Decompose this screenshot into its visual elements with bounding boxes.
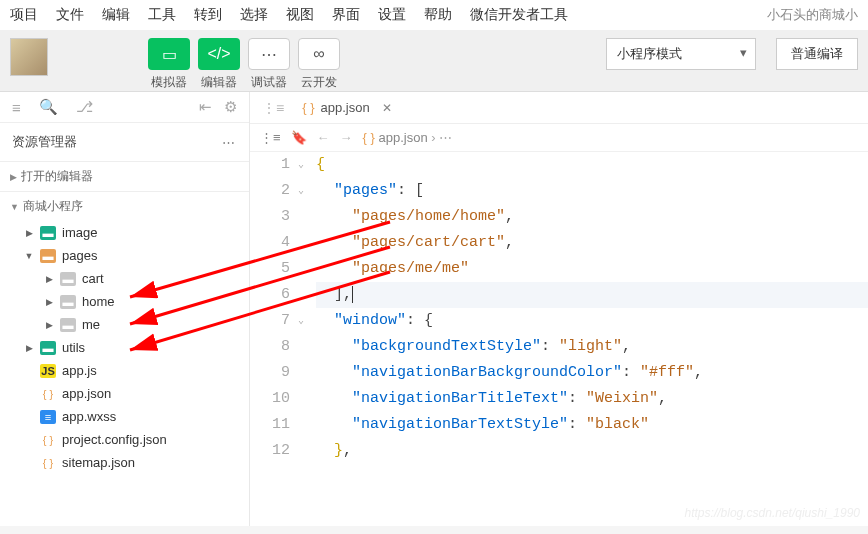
sidebar: ≡ 🔍 ⎇ ⇤ ⚙ 资源管理器 ⋯ ▶ 打开的编辑器 ▼ 商城小程序 ▶▬ima… [0,92,250,526]
file-tab[interactable]: { } app.json ✕ [290,92,403,123]
file-row[interactable]: ≡app.wxss [0,405,249,428]
cloud-button[interactable]: ∞ [298,38,340,70]
more-icon[interactable]: ⋯ [222,135,237,150]
menu-bar: 项目 文件 编辑 工具 转到 选择 视图 界面 设置 帮助 微信开发者工具 小石… [0,0,868,30]
json-icon: { } [302,100,314,115]
bookmark-icon[interactable]: 🔖 [291,130,307,145]
file-row[interactable]: { }sitemap.json [0,451,249,474]
editor-label: 编辑器 [201,74,237,91]
menu-item[interactable]: 微信开发者工具 [470,6,568,24]
project-section[interactable]: ▼ 商城小程序 [0,191,249,221]
tree-label: app.js [62,363,97,378]
branch-icon[interactable]: ⎇ [76,98,93,116]
debugger-button[interactable]: ⋯ [248,38,290,70]
simulator-button[interactable]: ▭ [148,38,190,70]
menu-item[interactable]: 帮助 [424,6,452,24]
toolbar: ▭ 模拟器 </> 编辑器 ⋯ 调试器 ∞ 云开发 小程序模式 普通编译 [0,30,868,92]
code-area[interactable]: 123456789101112 ⌄⌄⌄ { "pages": [ "pages/… [250,152,868,464]
folder-orange-icon: ▬ [40,249,56,263]
json-icon-icon: { } [40,433,56,447]
menu-item[interactable]: 转到 [194,6,222,24]
tree-label: utils [62,340,85,355]
search-icon[interactable]: 🔍 [39,98,58,116]
tree-label: me [82,317,100,332]
mode-select[interactable]: 小程序模式 [606,38,756,70]
js-icon-icon: JS [40,364,56,378]
cloud-label: 云开发 [301,74,337,91]
menu-item[interactable]: 界面 [332,6,360,24]
tree-label: image [62,225,97,240]
watermark: https://blog.csdn.net/qiushi_1990 [685,506,860,520]
file-row[interactable]: JSapp.js [0,359,249,382]
app-title: 小石头的商城小 [767,6,858,24]
menu-item[interactable]: 工具 [148,6,176,24]
editor-pane: ⋮≡ { } app.json ✕ ⋮≡ 🔖 ← → { } app.json … [250,92,868,526]
file-row[interactable]: { }app.json [0,382,249,405]
tree-label: home [82,294,115,309]
outline-icon[interactable]: ⋮≡ [260,130,281,145]
list-icon[interactable]: ≡ [12,99,21,116]
editor-button[interactable]: </> [198,38,240,70]
folder-grey-icon: ▬ [60,272,76,286]
tree-label: app.wxss [62,409,116,424]
folder-row[interactable]: ▶▬me [0,313,249,336]
folder-green-icon: ▬ [40,226,56,240]
settings-icon[interactable]: ⚙ [224,98,237,116]
folder-row[interactable]: ▼▬pages [0,244,249,267]
collapse-icon[interactable]: ⇤ [199,98,212,116]
chevron-down-icon: ▼ [10,202,19,212]
menu-item[interactable]: 选择 [240,6,268,24]
folder-row[interactable]: ▶▬cart [0,267,249,290]
project-icon [10,38,48,76]
open-editors-section[interactable]: ▶ 打开的编辑器 [0,161,249,191]
back-icon[interactable]: ← [317,130,330,145]
file-row[interactable]: { }project.config.json [0,428,249,451]
gutter-icon[interactable]: ⋮≡ [256,100,290,116]
menu-item[interactable]: 项目 [10,6,38,24]
menu-item[interactable]: 文件 [56,6,84,24]
chevron-right-icon: ▶ [10,172,17,182]
tree-label: project.config.json [62,432,167,447]
folder-row[interactable]: ▶▬utils [0,336,249,359]
menu-item[interactable]: 视图 [286,6,314,24]
folder-grey-icon: ▬ [60,295,76,309]
wxss-icon-icon: ≡ [40,410,56,424]
compile-select[interactable]: 普通编译 [776,38,858,70]
json-icon: { } [363,130,375,145]
simulator-label: 模拟器 [151,74,187,91]
folder-row[interactable]: ▶▬image [0,221,249,244]
menu-item[interactable]: 设置 [378,6,406,24]
tree-label: cart [82,271,104,286]
close-icon[interactable]: ✕ [382,101,392,115]
breadcrumb-file[interactable]: { } app.json › ⋯ [363,130,453,145]
folder-row[interactable]: ▶▬home [0,290,249,313]
debugger-label: 调试器 [251,74,287,91]
menu-item[interactable]: 编辑 [102,6,130,24]
json-icon-icon: { } [40,387,56,401]
folder-green-icon: ▬ [40,341,56,355]
explorer-title: 资源管理器 [12,133,77,151]
file-tree: ▶▬image▼▬pages▶▬cart▶▬home▶▬me▶▬utilsJSa… [0,221,249,474]
json-icon-icon: { } [40,456,56,470]
folder-grey-icon: ▬ [60,318,76,332]
forward-icon[interactable]: → [340,130,353,145]
tree-label: app.json [62,386,111,401]
tree-label: pages [62,248,97,263]
tree-label: sitemap.json [62,455,135,470]
